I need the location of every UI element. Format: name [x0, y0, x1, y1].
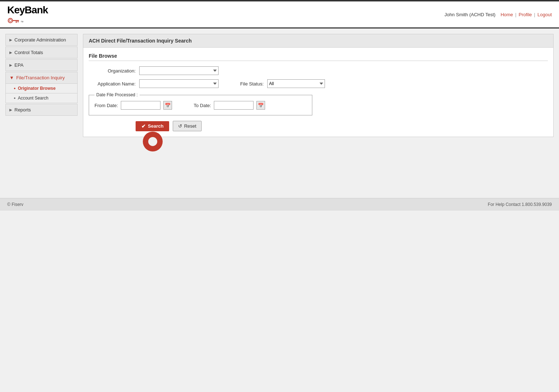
search-button-label: Search: [148, 123, 163, 129]
reset-button-label: Reset: [184, 123, 196, 129]
from-date-label: From Date:: [94, 103, 118, 108]
search-icon: ✔: [141, 123, 146, 129]
content-box: ACH Direct File/Transaction Inquiry Sear…: [83, 34, 554, 137]
main-layout: ▶ Corporate Administration ▶ Control Tot…: [0, 28, 559, 191]
svg-rect-4: [16, 21, 17, 23]
profile-link[interactable]: Profile: [519, 12, 532, 17]
sidebar-item-label: Corporate Administration: [14, 37, 66, 43]
header-nav: John Smith (ACHD Test) Home | Profile | …: [445, 12, 552, 17]
to-date-calendar-button[interactable]: 📅: [256, 101, 265, 110]
refresh-icon: ↺: [178, 123, 182, 129]
svg-text:TM: TM: [21, 21, 23, 23]
logo-icon: TM: [7, 17, 25, 25]
bullet-icon: ●: [14, 87, 16, 90]
sidebar-item-label: Control Totals: [14, 50, 43, 55]
sidebar-item-file-transaction[interactable]: ▼ File/Transaction Inquiry: [5, 72, 78, 84]
section-title: File Browse: [89, 53, 548, 61]
from-date-input[interactable]: [121, 101, 160, 110]
header: KeyBank TM John Smith (ACHD Test) Home |…: [0, 1, 559, 28]
organization-select[interactable]: [139, 66, 219, 75]
application-name-select[interactable]: [139, 79, 219, 88]
sidebar-item-label: EPA: [14, 62, 23, 68]
content-area: ACH Direct File/Transaction Inquiry Sear…: [83, 34, 554, 185]
nav-separator: |: [515, 12, 516, 17]
sidebar-item-epa[interactable]: ▶ EPA: [5, 59, 78, 71]
application-name-label: Application Name:: [89, 81, 136, 87]
footer: © Fiserv For Help Contact 1.800.539.9039: [0, 198, 559, 211]
sidebar-item-account-search[interactable]: ● Account Search: [5, 93, 78, 103]
copyright-text: © Fiserv: [7, 202, 23, 207]
sidebar-item-reports[interactable]: ▶ Reports: [5, 104, 78, 116]
logo-area: KeyBank TM: [7, 4, 48, 25]
bullet-icon: ●: [14, 96, 16, 100]
chevron-right-icon: ▶: [9, 108, 12, 112]
svg-rect-3: [18, 21, 19, 22]
to-date-label: To Date:: [194, 103, 211, 108]
calendar-icon: 📅: [165, 103, 171, 108]
file-status-select[interactable]: All Pending Processed Failed: [267, 79, 325, 88]
sidebar: ▶ Corporate Administration ▶ Control Tot…: [5, 34, 78, 185]
spinner-outer: [143, 132, 163, 151]
reset-button[interactable]: ↺ Reset: [173, 121, 202, 131]
user-info: John Smith (ACHD Test): [445, 12, 496, 17]
spinner-inner: [148, 137, 157, 146]
chevron-down-icon: ▼: [9, 75, 14, 80]
to-date-group: To Date: 📅: [194, 101, 265, 110]
sidebar-sub-item-label: Originator Browse: [18, 86, 56, 91]
chevron-right-icon: ▶: [9, 50, 12, 54]
date-processed-fieldset: Date File Processed : From Date: 📅 To Da…: [89, 92, 312, 115]
chevron-right-icon: ▶: [9, 38, 12, 42]
sidebar-item-label: Reports: [14, 107, 31, 113]
organization-label: Organization:: [89, 68, 136, 74]
logout-link[interactable]: Logout: [537, 12, 552, 17]
svg-rect-2: [12, 20, 19, 21]
date-row: From Date: 📅 To Date: 📅: [94, 101, 307, 110]
from-date-calendar-button[interactable]: 📅: [163, 101, 172, 110]
organization-row: Organization:: [89, 66, 548, 75]
page-title: ACH Direct File/Transaction Inquiry Sear…: [83, 34, 553, 48]
nav-separator-2: |: [534, 12, 535, 17]
calendar-icon: 📅: [258, 103, 264, 108]
help-text: For Help Contact 1.800.539.9039: [488, 202, 552, 207]
form-buttons-row: ✔ Search ↺ Reset: [136, 121, 548, 131]
sidebar-item-control-totals[interactable]: ▶ Control Totals: [5, 47, 78, 58]
sidebar-sub-menu: ● Originator Browse ● Account Search: [5, 84, 78, 103]
sidebar-sub-item-label: Account Search: [18, 96, 48, 101]
home-link[interactable]: Home: [501, 12, 513, 17]
sidebar-item-label: File/Transaction Inquiry: [16, 75, 65, 80]
sidebar-item-corporate-admin[interactable]: ▶ Corporate Administration: [5, 34, 78, 46]
file-status-label: File Status:: [240, 81, 264, 87]
svg-point-1: [9, 19, 12, 22]
sidebar-item-originator-browse[interactable]: ● Originator Browse: [5, 84, 78, 93]
from-date-group: From Date: 📅: [94, 101, 172, 110]
content-body: File Browse Organization: Application Na…: [83, 48, 553, 137]
loading-spinner: [143, 132, 163, 151]
chevron-right-icon: ▶: [9, 63, 12, 67]
svg-point-0: [8, 18, 13, 23]
application-name-row: Application Name: File Status: All Pendi…: [89, 79, 548, 88]
logo-text: KeyBank: [7, 4, 48, 16]
date-fieldset-legend: Date File Processed :: [94, 92, 140, 97]
to-date-input[interactable]: [214, 101, 254, 110]
search-button[interactable]: ✔ Search: [136, 121, 169, 131]
